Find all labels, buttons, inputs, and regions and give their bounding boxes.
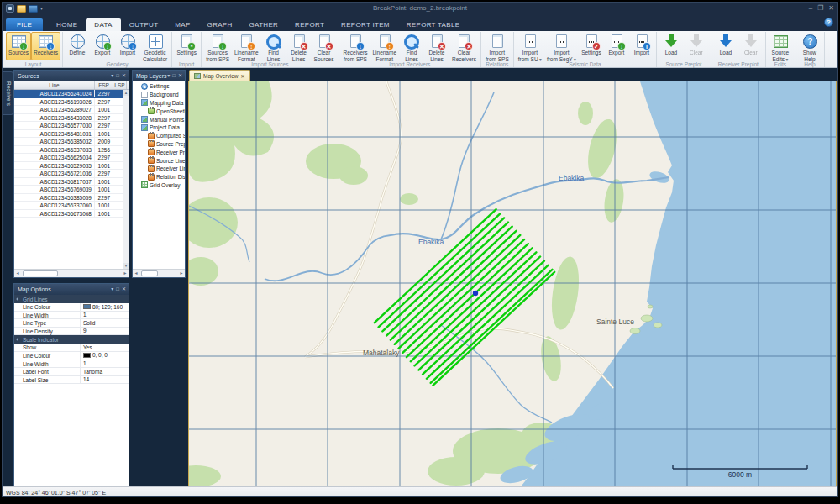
panel-menu-icon[interactable]: ▾ <box>111 284 113 295</box>
map-layers-horizontal-scrollbar[interactable]: ◂ ▸ <box>133 269 185 277</box>
column-header-fsp[interactable]: FSP <box>95 81 113 89</box>
import-from-su-button[interactable]: Importfrom SU ▾ <box>516 32 544 60</box>
receivers-from-sps-button[interactable]: ↓Receiversfrom SPS <box>341 32 370 60</box>
ribbon-help-icon[interactable]: ? <box>824 18 833 27</box>
sources-horizontal-scrollbar[interactable]: ◂ ▸ <box>14 269 129 277</box>
table-row[interactable]: ABCD1234567690391001 <box>14 186 129 194</box>
layer-item-source-prep[interactable]: Source Prep <box>133 140 185 149</box>
import-from-sps-button[interactable]: Importfrom SPS <box>483 32 512 60</box>
layer-item-receiver-lin[interactable]: Receiver Lin <box>133 165 185 173</box>
scroll-left-icon[interactable]: ◂ <box>14 270 21 277</box>
map-viewport[interactable]: Ebakika Ebakika Mahatalaky Sainte Luce 6… <box>188 81 837 486</box>
table-row[interactable]: ABCD1234563370331256 <box>14 146 129 155</box>
table-row[interactable]: ABCD1234566730681001 <box>14 210 129 218</box>
tab-file[interactable]: FILE <box>6 18 43 31</box>
table-row[interactable]: ABCD1234561930262297 <box>14 98 129 107</box>
export-button[interactable]: ↓Export <box>604 32 629 60</box>
scroll-right-icon[interactable]: ▸ <box>178 270 185 277</box>
layer-item-receiver-pre[interactable]: Receiver Pre <box>133 148 185 156</box>
layer-item-relation-dis[interactable]: Relation Dis <box>133 173 185 181</box>
property-row-show[interactable]: ShowYes <box>14 344 129 352</box>
table-row[interactable]: ABCD1234563370601001 <box>14 202 129 210</box>
clear-button[interactable]: Clear <box>738 32 764 60</box>
property-row-label-font[interactable]: Label FontTahoma <box>14 368 129 376</box>
tab-report-item[interactable]: REPORT ITEM <box>333 18 398 31</box>
scrollbar-thumb[interactable] <box>23 270 58 276</box>
map-canvas[interactable]: Ebakika Ebakika Mahatalaky Sainte Luce 6… <box>189 81 836 486</box>
delete-lines-button[interactable]: ✕DeleteLines <box>424 32 449 60</box>
clear-receivers-button[interactable]: ✕ClearReceivers <box>449 32 479 60</box>
find-lines-button[interactable]: FindLines <box>261 32 286 60</box>
define-button[interactable]: Define <box>65 32 90 60</box>
table-row[interactable]: ABCD1234565770302297 <box>14 122 129 130</box>
linename-format-button[interactable]: ↕LinenameFormat <box>232 32 261 60</box>
scroll-up-icon[interactable]: ▴ <box>123 90 129 96</box>
layer-item-openstreetm[interactable]: OpenStreetM <box>133 107 185 115</box>
property-row-line-type[interactable]: Line TypeSolid <box>14 319 129 328</box>
sources-button[interactable]: ↓Sources <box>6 32 31 60</box>
property-row-line-density[interactable]: Line Density9 <box>14 328 129 336</box>
table-row[interactable]: ABCD1234564810311001 <box>14 130 129 139</box>
sources-from-sps-button[interactable]: ↓Sourcesfrom SPS <box>203 32 232 60</box>
property-row-line-width[interactable]: Line Width1 <box>14 360 129 369</box>
property-row-line-colour[interactable]: Line Colour0; 0; 0 <box>14 352 129 360</box>
tab-home[interactable]: HOME <box>48 18 86 31</box>
load-button[interactable]: Load <box>659 32 684 60</box>
tab-report-table[interactable]: REPORT TABLE <box>398 18 468 31</box>
scroll-left-icon[interactable]: ◂ <box>133 270 139 277</box>
clear-sources-button[interactable]: ✕ClearSources <box>312 32 337 60</box>
column-header-lsp[interactable]: LSP <box>113 81 127 89</box>
panel-close-icon[interactable]: ✕ <box>122 284 126 295</box>
close-button[interactable]: ✕ <box>828 3 834 13</box>
panel-menu-icon[interactable]: ▾ <box>111 71 113 81</box>
layer-item-grid-overlay[interactable]: Grid Overlay <box>133 181 185 190</box>
property-row-line-colour[interactable]: Line Colour80; 120; 160 <box>14 303 129 312</box>
table-row[interactable]: ABCD1234562890271001 <box>14 106 129 114</box>
find-lines-button[interactable]: FindLines <box>399 32 424 60</box>
tab-report[interactable]: REPORT <box>286 18 333 31</box>
column-header-line[interactable]: Line <box>14 81 95 89</box>
tab-data[interactable]: DATA <box>86 18 120 31</box>
table-row[interactable]: ABCD1234565290351001 <box>14 162 129 171</box>
geodetic-calculator-button[interactable]: GeodeticCalculator <box>140 32 170 60</box>
tab-gather[interactable]: GATHER <box>241 18 287 31</box>
tab-map[interactable]: MAP <box>166 18 198 31</box>
scroll-down-icon[interactable]: ▾ <box>123 263 129 269</box>
import-button[interactable]: iImport <box>629 32 654 60</box>
load-button[interactable]: Load <box>713 32 738 60</box>
table-row[interactable]: ABCD1234568170371001 <box>14 178 129 186</box>
tab-graph[interactable]: GRAPH <box>199 18 241 31</box>
settings-button[interactable]: *Settings <box>174 32 199 60</box>
property-group-scale-indicator[interactable]: Scale Indicator <box>14 335 129 344</box>
panel-close-icon[interactable]: ✕ <box>122 71 126 81</box>
table-row[interactable]: ABCD1234562410242297 <box>14 90 129 98</box>
property-row-line-width[interactable]: Line Width1 <box>14 312 129 320</box>
layer-item-background[interactable]: Background <box>133 91 185 99</box>
panel-pin-icon[interactable]: □ <box>172 71 176 81</box>
layer-item-computed-s[interactable]: Computed S <box>133 132 185 140</box>
linename-format-button[interactable]: ↕LinenameFormat <box>370 32 399 60</box>
selected-source-point[interactable] <box>473 291 478 296</box>
minimize-button[interactable]: – <box>809 3 812 13</box>
table-row[interactable]: ABCD1234564330282297 <box>14 114 129 123</box>
import-from-segy-button[interactable]: Importfrom SegY ▾ <box>544 32 579 60</box>
tab-output[interactable]: OUTPUT <box>121 18 167 31</box>
table-row[interactable]: ABCD1234567210362297 <box>14 170 129 178</box>
source-edits-button[interactable]: SourceEdits ▾ <box>768 32 793 60</box>
layer-item-settings[interactable]: Settings <box>133 82 185 91</box>
property-group-grid-lines[interactable]: Grid Lines <box>14 295 129 303</box>
table-row[interactable]: ABCD1234563850592297 <box>14 194 129 202</box>
clear-button[interactable]: Clear <box>684 32 709 60</box>
table-row[interactable]: ABCD1234566250342297 <box>14 154 129 162</box>
property-row-label-size[interactable]: Label Size14 <box>14 376 129 385</box>
receivers-button[interactable]: ↓Receivers <box>31 32 60 60</box>
panel-pin-icon[interactable]: □ <box>116 284 119 295</box>
receivers-dock-tab[interactable]: Receivers <box>3 71 13 115</box>
panel-close-icon[interactable]: ✕ <box>178 71 182 81</box>
restore-button[interactable]: ❐ <box>817 3 823 13</box>
sources-vertical-scrollbar[interactable]: ▴ ▾ <box>123 90 129 269</box>
panel-menu-icon[interactable]: ▾ <box>167 71 170 81</box>
layer-item-manual-points[interactable]: Manual Points <box>133 115 185 123</box>
export-button[interactable]: ↓Export <box>90 32 115 60</box>
tab-close-icon[interactable]: ✕ <box>241 73 245 79</box>
